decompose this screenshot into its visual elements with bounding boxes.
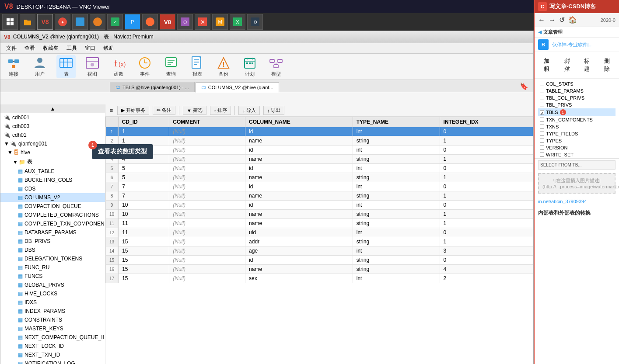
cell-column_name[interactable]: name [245,265,353,274]
cell-type_name[interactable]: string [353,191,440,201]
nav-forward-arrow[interactable]: → [549,16,556,24]
menu-icon[interactable]: ≡ [109,107,114,114]
tree-tbl-col-privs[interactable]: TBL_COL_PRIVS [538,94,616,101]
tab-tbls[interactable]: 🗂 TBLS @hive (qianfeng001) - ... [110,82,195,92]
cell-cd_id[interactable]: 11 [118,228,169,237]
cell-integer_idx[interactable]: 0 [440,228,533,237]
cell-cd_id[interactable]: 15 [118,265,169,274]
cell-column_name[interactable]: age [245,246,353,256]
cell-cd_id[interactable]: 5 [118,173,169,182]
cell-column_name[interactable]: uid [245,228,353,237]
cell-type_name[interactable]: int [353,246,440,256]
cell-column_name[interactable]: id [245,256,353,265]
cell-comment[interactable]: (Null) [169,182,245,191]
table-row[interactable]: 34(Null)idint0 [106,146,533,155]
toolbar-event[interactable]: 事件 [135,56,154,77]
cell-cd_id[interactable]: 10 [118,210,169,219]
toolbar-user[interactable]: 用户 [30,56,49,77]
cell-type_name[interactable]: int [353,164,440,173]
cell-type_name[interactable]: string [353,136,440,146]
cell-type_name[interactable]: string [353,256,440,265]
taskbar-app-2[interactable]: ● [55,14,70,30]
cell-column_name[interactable]: id [245,201,353,210]
cell-comment[interactable]: (Null) [169,210,245,219]
toolbar-table[interactable]: 表 [56,55,76,78]
cell-cd_id[interactable]: 7 [118,191,169,201]
cell-comment[interactable]: (Null) [169,146,245,155]
tree-txn-components[interactable]: TXN_COMPONENTS [538,116,616,123]
cell-integer_idx[interactable]: 0 [440,146,533,155]
import-btn[interactable]: ↓ 导入 [238,106,260,115]
taskbar-folder[interactable] [20,14,35,30]
nav-home-arrow[interactable]: 🏠 [568,16,577,24]
tree-col-stats[interactable]: COL_STATS [538,80,616,87]
cell-comment[interactable]: (Null) [169,246,245,256]
tree-tbls[interactable]: ✓ TBLS 1 [538,108,616,116]
sidebar-table-index-params[interactable]: ▦ INDEX_PARAMS [0,307,105,315]
sidebar-tables-folder[interactable]: ▼ 📁 表 [0,157,105,167]
taskbar-app-11[interactable]: M [212,14,228,30]
tab-columns-v2[interactable]: 🗂 COLUMNS_V2 @hive (qianf... [196,82,279,93]
nav-back-arrow[interactable]: ← [538,16,545,24]
tree-type-fields[interactable]: TYPE_FIELDS [538,130,616,137]
tree-types[interactable]: TYPES [538,137,616,144]
col-type-name[interactable]: TYPE_NAME [353,117,440,127]
cell-type_name[interactable]: int [353,146,440,155]
cell-comment[interactable]: (Null) [169,136,245,146]
tree-txns[interactable]: TXNS [538,123,616,130]
toolbar-schedule[interactable]: 计划 [240,56,259,77]
sidebar-table-bucketing[interactable]: ▦ BUCKETING_COLS [0,176,105,184]
cell-integer_idx[interactable]: 1 [440,210,533,219]
table-row[interactable]: 44(Null)namestring1 [106,155,533,164]
sidebar-table-hive-locks[interactable]: ▦ HIVE_LOCKS [0,289,105,298]
collapse-icon[interactable]: ◀ [538,29,542,35]
cell-comment[interactable]: (Null) [169,191,245,201]
sidebar-cdh001[interactable]: 🔌 cdh001 [0,113,105,122]
toolbar-report[interactable]: 报表 [188,56,207,77]
cell-integer_idx[interactable]: 1 [440,237,533,246]
cell-integer_idx[interactable]: 3 [440,246,533,256]
table-row[interactable]: 1211(Null)uidint0 [106,228,533,237]
editor-heading-btn[interactable]: 标题 [579,55,595,75]
cell-type_name[interactable]: string [353,237,440,246]
sidebar-cdh003[interactable]: 🔌 cdh003 [0,122,105,131]
cell-integer_idx[interactable]: 2 [440,274,533,283]
cell-cd_id[interactable]: 15 [118,237,169,246]
sidebar-table-delegation[interactable]: ▦ DELEGATION_TOKENS [0,254,105,263]
cell-column_name[interactable]: name [245,210,353,219]
cell-type_name[interactable]: string [353,265,440,274]
col-comment[interactable]: COMMENT [169,117,245,127]
table-row[interactable]: 1315(Null)addrstring1 [106,237,533,246]
cell-integer_idx[interactable]: 0 [440,127,533,136]
taskbar-app-5[interactable]: ✓ [107,14,123,30]
toolbar-backup[interactable]: 备份 [214,56,233,77]
cell-integer_idx[interactable]: 1 [440,191,533,201]
cell-integer_idx[interactable]: 1 [440,173,533,182]
table-row[interactable]: 1010(Null)namestring1 [106,210,533,219]
tab-bookmark[interactable]: 🔖 [517,81,531,91]
taskbar-app-7[interactable] [142,14,158,30]
toolbar-view[interactable]: 视图 [83,56,102,77]
filter-btn[interactable]: ▼ 筛选 [183,106,206,115]
sidebar-cdh01[interactable]: 🔌 cdh01 [0,131,105,139]
taskbar-app-1[interactable]: V8 [37,14,53,30]
taskbar-app-9[interactable]: ⬡ [177,14,193,30]
cell-cd_id[interactable]: 10 [118,201,169,210]
cell-integer_idx[interactable]: 1 [440,155,533,164]
cell-type_name[interactable]: string [353,210,440,219]
sidebar-table-db-params[interactable]: ▦ DATABASE_PARAMS [0,228,105,237]
table-row[interactable]: 55(Null)idint0 [106,164,533,173]
cell-type_name[interactable]: string [353,173,440,182]
toolbar-connect[interactable]: 连接 [4,56,23,77]
cell-column_name[interactable]: name [245,191,353,201]
cell-column_name[interactable]: addr [245,237,353,246]
tree-table-params[interactable]: TABLE_PARAMS [538,87,616,94]
tree-tbl-privs[interactable]: TBL_PRIVS [538,101,616,108]
nav-refresh-arrow[interactable]: ↺ [559,16,565,24]
export-btn[interactable]: ↑ 导出 [263,106,285,115]
start-transaction-btn[interactable]: ▶ 开始事务 [117,106,149,115]
cell-comment[interactable]: (Null) [169,164,245,173]
sort-btn[interactable]: ↕ 排序 [210,106,231,115]
taskbar-app-10[interactable]: ✕ [195,14,210,30]
partner-link[interactable]: 伙伴神-专业软件|... [552,42,593,48]
